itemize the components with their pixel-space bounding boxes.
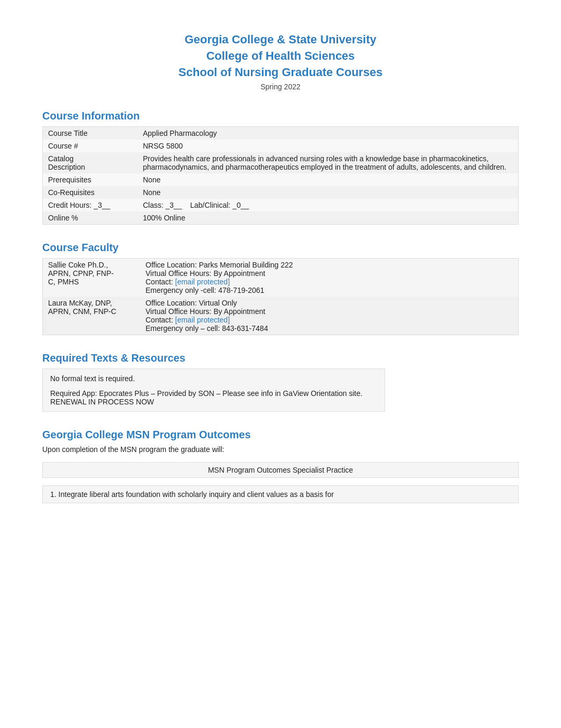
resources-box: No formal text is required. Required App…: [42, 368, 385, 412]
table-row: Online % 100% Online: [43, 211, 519, 225]
faculty-name-1: Sallie Coke Ph.D., APRN, CPNP, FNP- C, P…: [43, 259, 141, 297]
table-row: Course Title Applied Pharmacology: [43, 127, 519, 140]
label-credit-hours: Credit Hours: _3__: [43, 199, 138, 211]
msn-outcomes-intro: Upon completion of the MSN program the g…: [42, 445, 519, 454]
value-course-title: Applied Pharmacology: [138, 127, 519, 140]
table-row: Course # NRSG 5800: [43, 140, 519, 152]
faculty-row-2: Laura McKay, DNP, APRN, CNM, FNP-C Offic…: [43, 297, 519, 335]
label-prerequisites: Prerequisites: [43, 173, 138, 186]
value-corequisites: None: [138, 186, 519, 199]
no-formal-text: No formal text is required.: [50, 374, 377, 383]
label-online: Online %: [43, 211, 138, 225]
value-course-number: NRSG 5800: [138, 140, 519, 152]
faculty-name-2: Laura McKay, DNP, APRN, CNM, FNP-C: [43, 297, 141, 335]
label-catalog: CatalogDescription: [43, 152, 138, 173]
label-course-number: Course #: [43, 140, 138, 152]
course-faculty-title: Course Faculty: [42, 242, 519, 255]
value-catalog-description: Provides health care professionals in ad…: [138, 152, 519, 173]
page-header: Georgia College & State University Colle…: [42, 32, 519, 91]
header-term: Spring 2022: [42, 82, 519, 91]
value-online: 100% Online: [138, 211, 519, 225]
msn-outcomes-title: Georgia College MSN Program Outcomes: [42, 429, 519, 442]
required-app-text: Required App: Epocrates Plus – Provided …: [50, 389, 377, 406]
label-corequisites: Co-Requisites: [43, 186, 138, 199]
faculty-details-1: Office Location: Parks Memorial Building…: [141, 259, 519, 297]
header-line3: School of Nursing Graduate Courses: [42, 64, 519, 81]
value-credit-hours: Class: _3__ Lab/Clinical: _0__: [138, 199, 519, 211]
outcomes-table-header-row: MSN Program Outcomes Specialist Practice: [43, 463, 519, 478]
required-texts-title: Required Texts & Resources: [42, 352, 519, 365]
outcomes-item-1-text: 1. Integrate liberal arts foundation wit…: [50, 490, 334, 499]
value-prerequisites: None: [138, 173, 519, 186]
outcomes-table: MSN Program Outcomes Specialist Practice: [42, 462, 519, 478]
header-line2: College of Health Sciences: [42, 48, 519, 64]
faculty-email-2[interactable]: [email protected]: [175, 316, 230, 324]
course-information-section: Course Information Course Title Applied …: [42, 110, 519, 225]
course-faculty-section: Course Faculty Sallie Coke Ph.D., APRN, …: [42, 242, 519, 335]
outcomes-item-1: 1. Integrate liberal arts foundation wit…: [42, 485, 519, 503]
faculty-row-1: Sallie Coke Ph.D., APRN, CPNP, FNP- C, P…: [43, 259, 519, 297]
faculty-email-1[interactable]: [email protected]: [175, 278, 230, 286]
course-information-title: Course Information: [42, 110, 519, 123]
course-information-table: Course Title Applied Pharmacology Course…: [42, 126, 519, 225]
table-row: CatalogDescription Provides health care …: [43, 152, 519, 173]
table-row: Co-Requisites None: [43, 186, 519, 199]
faculty-details-2: Office Location: Virtual Only Virtual Of…: [141, 297, 519, 335]
label-course-title: Course Title: [43, 127, 138, 140]
msn-outcomes-section: Georgia College MSN Program Outcomes Upo…: [42, 429, 519, 503]
outcomes-table-header: MSN Program Outcomes Specialist Practice: [43, 463, 519, 478]
faculty-table: Sallie Coke Ph.D., APRN, CPNP, FNP- C, P…: [42, 258, 519, 335]
header-line1: Georgia College & State University: [42, 32, 519, 48]
required-texts-section: Required Texts & Resources No formal tex…: [42, 352, 519, 412]
table-row: Credit Hours: _3__ Class: _3__ Lab/Clini…: [43, 199, 519, 211]
table-row: Prerequisites None: [43, 173, 519, 186]
